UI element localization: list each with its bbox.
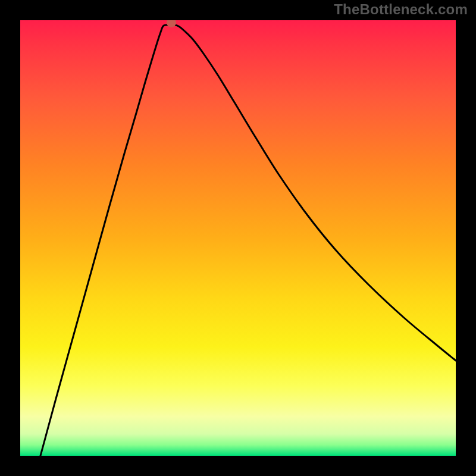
curve-layer [20,20,456,456]
bottleneck-curve [40,25,456,456]
plot-area [20,20,456,456]
chart-frame: TheBottleneck.com [0,0,476,476]
watermark-text: TheBottleneck.com [334,1,468,18]
